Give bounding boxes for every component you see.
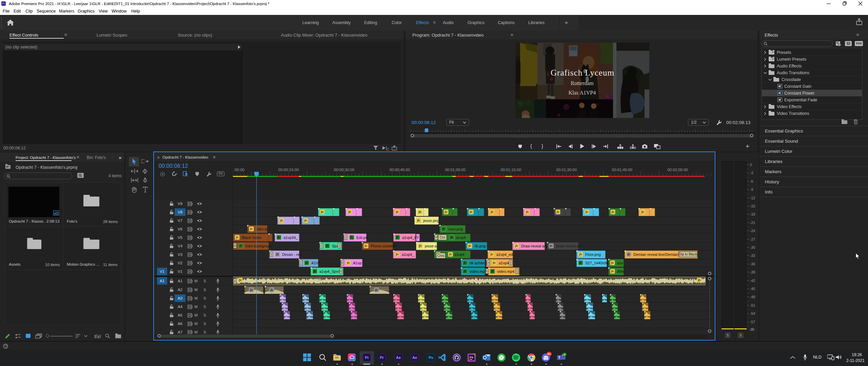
svg-text:Grafisch Lyceum: Grafisch Lyceum bbox=[551, 68, 614, 77]
svg-text:Klas A1VP4: Klas A1VP4 bbox=[569, 90, 596, 96]
svg-text:Rotterdam: Rotterdam bbox=[571, 80, 594, 86]
svg-text:T: T bbox=[558, 356, 560, 360]
svg-text:PS: PS bbox=[470, 356, 473, 359]
